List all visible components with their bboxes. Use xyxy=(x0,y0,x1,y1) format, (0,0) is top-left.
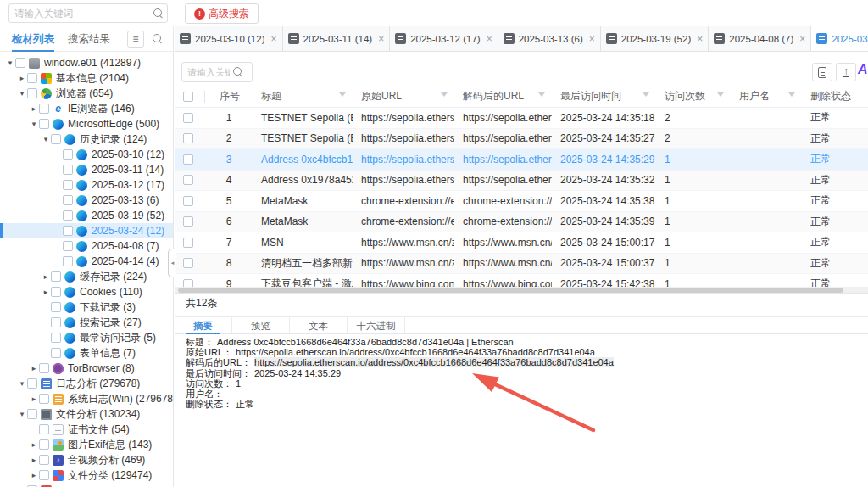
tree-checkbox[interactable] xyxy=(63,149,73,160)
tree-checkbox[interactable] xyxy=(27,88,37,98)
tree-item[interactable]: ▸Cookies (110) xyxy=(0,284,173,299)
document-tab[interactable]: 2025-03-13 (6)× xyxy=(498,26,601,51)
expand-arrow-icon[interactable]: ▸ xyxy=(29,364,39,372)
table-row[interactable]: 3Address 0xc4bfccb1668...https://sepolia… xyxy=(175,149,868,171)
tab-evidence-list[interactable]: 检材列表 xyxy=(12,26,54,52)
row-checkbox[interactable] xyxy=(183,113,193,123)
filter-icon[interactable] xyxy=(717,92,724,100)
tree-item[interactable]: ▸基本信息 (2104) xyxy=(0,70,173,86)
tree-item[interactable]: ▾MicrosoftEdge (500) xyxy=(0,116,173,132)
filter-icon[interactable] xyxy=(441,92,448,100)
document-tab[interactable]: 2025-03-11 (14)× xyxy=(283,26,391,51)
tree-checkbox[interactable] xyxy=(27,73,37,83)
tree-checkbox[interactable] xyxy=(63,165,73,175)
tree-checkbox[interactable] xyxy=(63,256,73,266)
tree-checkbox[interactable] xyxy=(39,394,49,404)
row-checkbox[interactable] xyxy=(183,154,193,165)
tab-search-results[interactable]: 搜索结果 xyxy=(68,26,110,52)
table-filter-box[interactable] xyxy=(181,62,253,82)
document-tab[interactable]: 2025-03-12 (17)× xyxy=(390,26,498,51)
detail-tab[interactable]: 摘要 xyxy=(175,317,232,333)
expand-arrow-icon[interactable]: ▸ xyxy=(41,272,51,281)
tree-checkbox[interactable] xyxy=(39,104,49,114)
scrollbar-thumb[interactable] xyxy=(178,288,843,293)
expand-arrow-icon[interactable]: ▾ xyxy=(29,120,39,128)
tree-item[interactable]: 2025-03-11 (14) xyxy=(0,162,173,177)
font-tool-icon[interactable]: A xyxy=(858,62,868,77)
tree-checkbox[interactable] xyxy=(39,455,49,465)
expand-arrow-icon[interactable]: ▸ xyxy=(29,395,39,403)
menu-icon[interactable]: ≡ xyxy=(127,31,144,48)
close-icon[interactable]: × xyxy=(270,33,276,45)
tree-checkbox[interactable] xyxy=(51,271,61,282)
global-search-box[interactable] xyxy=(8,3,168,23)
tree-checkbox[interactable] xyxy=(39,424,49,434)
tree-checkbox[interactable] xyxy=(63,195,73,205)
tree-item[interactable]: ▸系统日志(Win) (279678) xyxy=(0,391,173,406)
detail-tab[interactable]: 十六进制 xyxy=(348,317,405,333)
table-row[interactable]: 2TESTNET Sepolia (ETH) ...https://sepoli… xyxy=(175,129,868,150)
tree-checkbox[interactable] xyxy=(51,317,61,327)
global-search-input[interactable] xyxy=(9,8,150,19)
tree-item[interactable]: 2025-04-08 (7) xyxy=(0,238,173,254)
table-row[interactable]: 7MSNhttps://www.msn.cn/zh-c...https://ww… xyxy=(175,232,868,254)
expand-arrow-icon[interactable]: ▾ xyxy=(17,379,27,388)
tree-item[interactable]: ▾日志分析 (279678) xyxy=(0,376,173,391)
tree-checkbox[interactable] xyxy=(51,302,61,312)
tree-item[interactable]: ▸图片Exif信息 (143) xyxy=(0,437,173,452)
document-tab[interactable]: 2025-03-19 (52)× xyxy=(601,26,709,51)
tree-checkbox[interactable] xyxy=(39,470,49,480)
expand-arrow-icon[interactable]: ▸ xyxy=(17,74,27,82)
document-tab[interactable]: 2025-04-08 (7)× xyxy=(709,26,811,51)
table-row[interactable]: 4Address 0x1978a452c8...https://sepolia.… xyxy=(175,171,868,192)
tree-checkbox[interactable] xyxy=(51,287,61,297)
expand-arrow-icon[interactable]: ▾ xyxy=(41,135,51,143)
expand-arrow-icon[interactable]: ▾ xyxy=(17,410,27,418)
tree-item[interactable]: ▾浏览器 (654) xyxy=(0,86,173,101)
filter-search-icon[interactable] xyxy=(230,64,247,81)
advanced-search-button[interactable]: ! 高级搜索 xyxy=(185,3,259,24)
export-button[interactable]: ↑ xyxy=(836,63,856,81)
document-tab[interactable]: 2025-03-24 (12)× xyxy=(811,26,868,51)
tree-item[interactable]: ▸ xyxy=(0,483,173,487)
close-icon[interactable]: × xyxy=(378,33,384,45)
expand-arrow-icon[interactable]: ▸ xyxy=(29,440,39,449)
search-icon[interactable] xyxy=(150,5,167,22)
tree-item[interactable]: 2025-03-24 (12) xyxy=(0,223,173,238)
expand-arrow-icon[interactable]: ▸ xyxy=(41,288,51,296)
tree-item[interactable]: ▾历史记录 (124) xyxy=(0,132,173,147)
filter-icon[interactable] xyxy=(643,92,649,100)
tree-checkbox[interactable] xyxy=(27,409,37,419)
horizontal-scrollbar[interactable] xyxy=(175,287,868,294)
row-checkbox[interactable] xyxy=(183,279,193,287)
sidebar-collapse-handle[interactable]: ◂ xyxy=(168,249,176,277)
row-checkbox[interactable] xyxy=(183,258,193,268)
tree-item[interactable]: 2025-03-10 (12) xyxy=(0,147,173,162)
detail-tab[interactable]: 文本 xyxy=(290,317,348,333)
tree-item[interactable]: 2025-04-14 (4) xyxy=(0,254,173,269)
table-row[interactable]: 9下载豆包客户端 - 激发创https://www.bing.com/ap...… xyxy=(175,274,868,287)
close-icon[interactable]: × xyxy=(487,33,492,45)
tree-checkbox[interactable] xyxy=(51,333,61,343)
tree-checkbox[interactable] xyxy=(51,348,61,358)
tree-item[interactable]: ▸缓存记录 (224) xyxy=(0,269,173,284)
table-row[interactable]: 1TESTNET Sepolia (ETH) ...https://sepoli… xyxy=(175,108,868,129)
expand-arrow-icon[interactable]: ▸ xyxy=(29,456,39,464)
tree-item[interactable]: 2025-03-13 (6) xyxy=(0,193,173,208)
table-row[interactable]: 5MetaMaskchrome-extension://ejbal...chro… xyxy=(175,191,868,212)
tree-checkbox[interactable] xyxy=(15,58,25,68)
expand-arrow-icon[interactable]: ▾ xyxy=(5,59,15,67)
table-row[interactable]: 8清明档五一档多部新片上映https://www.msn.cn/zh-c...h… xyxy=(175,254,868,275)
tree-item[interactable]: ▸♪音视频分析 (469) xyxy=(0,452,173,467)
expand-arrow-icon[interactable]: ▾ xyxy=(17,89,27,98)
tree-checkbox[interactable] xyxy=(63,180,73,190)
tree-checkbox[interactable] xyxy=(39,363,49,373)
row-checkbox[interactable] xyxy=(183,175,193,185)
tree-checkbox[interactable] xyxy=(63,226,73,236)
close-icon[interactable]: × xyxy=(589,33,595,45)
tree-item[interactable]: 搜索记录 (27) xyxy=(0,315,173,330)
expand-arrow-icon[interactable]: ▸ xyxy=(29,471,39,479)
tree-item[interactable]: ▾window.e01 (412897) xyxy=(0,55,173,70)
filter-icon[interactable] xyxy=(538,92,545,100)
tree-item[interactable]: ▸TorBrowser (8) xyxy=(0,361,173,376)
